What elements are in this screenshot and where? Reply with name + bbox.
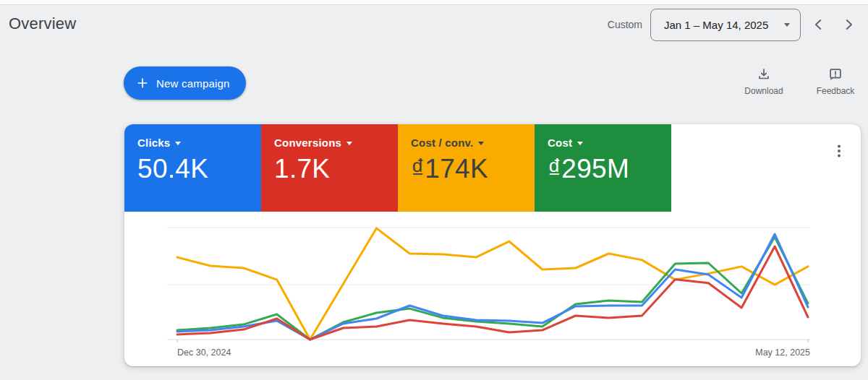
feedback-icon	[827, 66, 843, 82]
plus-icon	[135, 76, 150, 90]
scorecard-label: Conversions	[274, 137, 341, 149]
download-button[interactable]: Download	[736, 66, 791, 96]
date-range-type-label: Custom	[608, 19, 642, 30]
scorecard-value: 50.4K	[137, 154, 252, 184]
scorecard-label: Cost	[548, 137, 572, 149]
metric-caret-icon	[478, 142, 484, 145]
date-range-selector[interactable]: Jan 1 – May 14, 2025	[650, 9, 801, 41]
scorecard-value: ₫295M	[548, 154, 663, 184]
new-campaign-button[interactable]: New campaign	[124, 66, 246, 100]
metric-caret-icon	[346, 142, 352, 145]
x-axis-end-label: May 12, 2025	[755, 347, 810, 358]
scorecard-label: Clicks	[137, 137, 170, 149]
scorecard-cost-per-conv[interactable]: Cost / conv. ₫174K	[398, 124, 535, 212]
new-campaign-label: New campaign	[156, 77, 230, 90]
date-range-text: Jan 1 – May 14, 2025	[664, 19, 768, 31]
download-label: Download	[744, 86, 783, 96]
chevron-left-icon	[811, 17, 827, 33]
scorecard-cost[interactable]: Cost ₫295M	[535, 124, 671, 212]
page-title: Overview	[9, 14, 76, 33]
metric-caret-icon	[175, 142, 181, 145]
x-axis-start-label: Dec 30, 2024	[177, 347, 231, 358]
top-divider	[0, 0, 868, 5]
metric-caret-icon	[577, 142, 583, 145]
card-options-button[interactable]	[828, 140, 850, 162]
chevron-right-icon	[841, 17, 856, 33]
date-range-controls: Custom Jan 1 – May 14, 2025	[608, 8, 860, 41]
previous-period-button[interactable]	[807, 9, 830, 41]
feedback-button[interactable]: Feedback	[808, 66, 863, 96]
scorecard-value: ₫174K	[411, 154, 526, 184]
scorecard-conversions[interactable]: Conversions 1.7K	[261, 124, 398, 212]
scorecard-value: 1.7K	[274, 154, 389, 184]
feedback-label: Feedback	[817, 86, 855, 96]
metric-scorecards: Clicks 50.4K Conversions 1.7K Cost / con…	[124, 124, 671, 212]
overview-performance-card: Clicks 50.4K Conversions 1.7K Cost / con…	[124, 124, 861, 366]
dropdown-caret-icon	[784, 23, 790, 27]
download-icon	[756, 66, 772, 82]
scorecard-clicks[interactable]: Clicks 50.4K	[124, 124, 261, 212]
next-period-button[interactable]	[837, 9, 860, 41]
kebab-menu-icon	[830, 142, 848, 160]
scorecard-label: Cost / conv.	[411, 137, 473, 149]
